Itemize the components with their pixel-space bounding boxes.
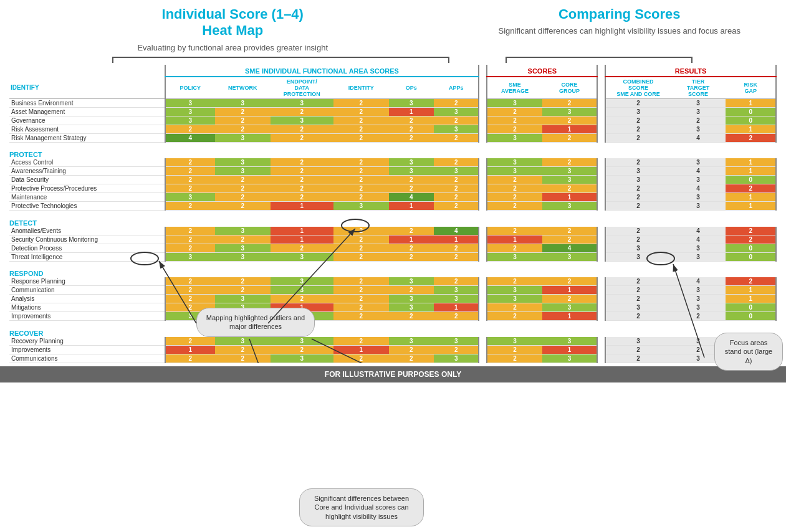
sme-score-2: 2 xyxy=(271,167,333,176)
sme-avg: 3 xyxy=(487,98,542,107)
table-row: Risk Assessment22222321231 xyxy=(9,125,776,133)
section-title-respond: RESPOND xyxy=(9,266,776,277)
sme-score-3: 2 xyxy=(333,252,389,261)
main-table: SME INDIVIDUAL FUNCTIONAL AREA SCORES SC… xyxy=(9,65,777,363)
table-row: Maintenance32224221231 xyxy=(9,193,776,202)
sme-score-1: 2 xyxy=(215,107,271,116)
section-spacer xyxy=(9,261,776,266)
sme-score-1: 3 xyxy=(215,167,271,176)
tier-score: 3 xyxy=(671,295,726,303)
risk-gap: 1 xyxy=(726,167,776,176)
bracket-right xyxy=(506,57,693,63)
sme-score-0: 2 xyxy=(165,295,215,303)
focus-annotation: Focus areas stand out (large Δ) xyxy=(714,333,783,371)
sme-score-3: 2 xyxy=(333,158,389,167)
identify-col-header: IDENTIFY xyxy=(9,77,165,99)
core-group: 3 xyxy=(542,303,598,312)
combined-score: 2 xyxy=(605,184,671,193)
sme-avg: 2 xyxy=(487,303,542,312)
sme-score-4: 2 xyxy=(389,184,434,193)
tier-score: 4 xyxy=(671,235,726,244)
table-row: Response Planning22323222242 xyxy=(9,277,776,286)
row-label: Governance xyxy=(9,116,165,125)
row-label: Protective Process/Procedures xyxy=(9,184,165,193)
sme-avg: 3 xyxy=(487,337,542,346)
sme-score-2: 2 xyxy=(271,244,333,252)
network-header: NETWORK xyxy=(215,77,271,99)
sme-avg: 2 xyxy=(487,277,542,286)
sme-score-2: 2 xyxy=(271,107,333,116)
right-subtitle: Significant differences can highlight vi… xyxy=(465,26,774,37)
sme-score-4: 3 xyxy=(389,277,434,286)
sme-score-5: 2 xyxy=(434,345,479,354)
sme-avg: 2 xyxy=(487,116,542,125)
sme-score-2: 2 xyxy=(271,184,333,193)
combined-score: 3 xyxy=(605,107,671,116)
sme-score-0: 2 xyxy=(165,125,215,133)
sme-score-3: 1 xyxy=(333,345,389,354)
sme-score-1: 2 xyxy=(215,286,271,295)
row-label: Risk Assessment xyxy=(9,125,165,133)
sme-score-5: 4 xyxy=(434,227,479,235)
risk-gap: 0 xyxy=(726,107,776,116)
sme-score-3: 2 xyxy=(333,193,389,202)
header-right: Comparing Scores Significant differences… xyxy=(453,6,774,54)
sme-score-2: 2 xyxy=(271,133,333,142)
core-group: 2 xyxy=(542,277,598,286)
differences-annotation: Significant differences between Core and… xyxy=(299,488,424,526)
sme-avg: 2 xyxy=(487,202,542,211)
row-label: Communications xyxy=(9,354,165,363)
combined-score: 2 xyxy=(605,227,671,235)
table-row: Threat Intelligence33322233330 xyxy=(9,252,776,261)
core-group: 4 xyxy=(542,244,598,252)
left-title-line2: Heat Map xyxy=(202,22,263,38)
tier-score: 3 xyxy=(671,286,726,295)
sme-score-2: 1 xyxy=(271,235,333,244)
combined-header: COMBINEDSCORESME AND CORE xyxy=(605,77,671,99)
results-group-header: RESULTS xyxy=(605,65,776,77)
risk-gap: 2 xyxy=(726,133,776,142)
sme-avg: 2 xyxy=(487,354,542,363)
risk-gap: 1 xyxy=(726,125,776,133)
core-group: 3 xyxy=(542,252,598,261)
sme-score-0: 2 xyxy=(165,184,215,193)
row-label: Risk Management Strategy xyxy=(9,133,165,142)
sme-score-3: 2 xyxy=(333,125,389,133)
tier-header: TIERTARGETSCORE xyxy=(671,77,726,99)
main-header-row: SME INDIVIDUAL FUNCTIONAL AREA SCORES SC… xyxy=(9,65,776,77)
core-group: 3 xyxy=(542,202,598,211)
sme-score-4: 3 xyxy=(389,98,434,107)
sme-score-5: 1 xyxy=(434,235,479,244)
tier-score: 3 xyxy=(671,158,726,167)
combined-score: 2 xyxy=(605,98,671,107)
sme-score-4: 3 xyxy=(389,303,434,312)
table-row: Protective Technologies22131223231 xyxy=(9,202,776,211)
core-group: 1 xyxy=(542,193,598,202)
sme-score-2: 3 xyxy=(271,286,333,295)
combined-score: 2 xyxy=(605,345,671,354)
risk-gap: 2 xyxy=(726,235,776,244)
sme-score-2: 2 xyxy=(271,295,333,303)
row-label: Recovery Planning xyxy=(9,337,165,346)
sme-score-3: 2 xyxy=(333,107,389,116)
combined-score: 2 xyxy=(605,354,671,363)
sme-score-3: 2 xyxy=(333,167,389,176)
sme-score-0: 4 xyxy=(165,133,215,142)
sme-score-2: 3 xyxy=(271,337,333,346)
sme-score-2: 3 xyxy=(271,116,333,125)
tier-score: 3 xyxy=(671,252,726,261)
sme-score-5: 2 xyxy=(434,98,479,107)
table-row: Business Environment33323232231 xyxy=(9,98,776,107)
sme-score-5: 2 xyxy=(434,184,479,193)
row-label: Data Security xyxy=(9,176,165,184)
table-row: Detection Process23222224330 xyxy=(9,244,776,252)
tier-score: 3 xyxy=(671,98,726,107)
tier-score: 3 xyxy=(671,125,726,133)
combined-score: 2 xyxy=(605,193,671,202)
tier-score: 3 xyxy=(671,303,726,312)
combined-score: 3 xyxy=(605,244,671,252)
sme-avg: 3 xyxy=(487,286,542,295)
combined-score: 2 xyxy=(605,295,671,303)
row-label: Maintenance xyxy=(9,193,165,202)
table-row: Data Security22222223330 xyxy=(9,176,776,184)
